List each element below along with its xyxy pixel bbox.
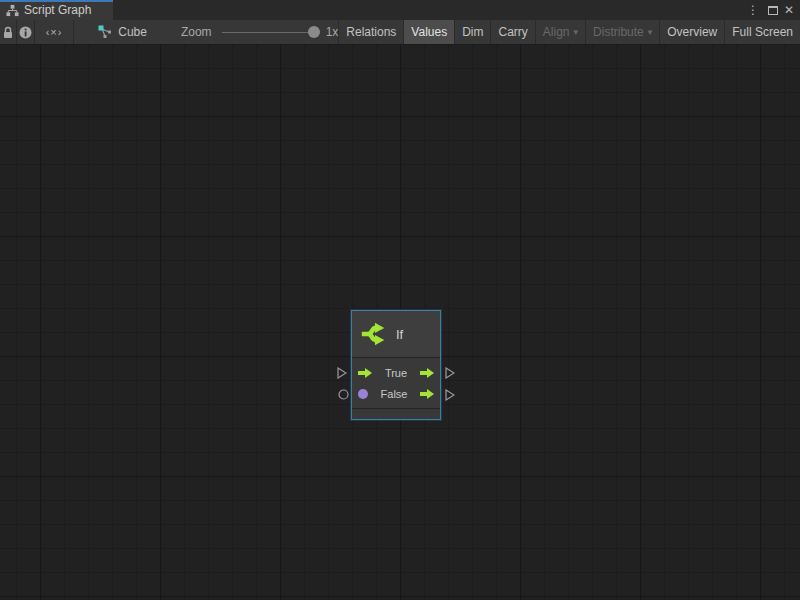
full-screen-label: Full Screen — [732, 25, 793, 39]
condition-value-port-icon[interactable] — [358, 389, 368, 399]
graph-owner-label: Cube — [118, 25, 147, 39]
relations-button[interactable]: Relations — [339, 20, 404, 44]
overview-label: Overview — [667, 25, 717, 39]
graph-pointer-icon — [98, 25, 112, 39]
tab-script-graph[interactable]: Script Graph — [0, 0, 113, 20]
if-node-footer — [352, 409, 440, 419]
outer-false-out-port[interactable] — [445, 389, 455, 401]
zoom-slider-handle[interactable] — [308, 26, 320, 38]
maximize-icon[interactable] — [768, 6, 778, 15]
branch-icon — [359, 319, 389, 349]
chevron-down-icon: ▾ — [574, 27, 579, 37]
carry-button[interactable]: Carry — [491, 20, 535, 44]
graph-toolbar: ‹×› Cube Zoom 1x Relations Values Dim — [0, 20, 800, 45]
carry-label: Carry — [498, 25, 527, 39]
close-icon[interactable]: ✕ — [784, 4, 794, 16]
zoom-value: 1x — [326, 25, 339, 39]
dim-button[interactable]: Dim — [455, 20, 491, 44]
port-label-false: False — [368, 388, 420, 400]
graph-hierarchy-icon — [6, 4, 19, 17]
dim-label: Dim — [462, 25, 483, 39]
graph-canvas[interactable]: If True False — [0, 45, 800, 600]
flow-out-true-icon[interactable] — [420, 368, 434, 378]
toolbar-middle: Cube Zoom 1x — [74, 20, 339, 44]
title-bar: Script Graph ⋮ ✕ — [0, 0, 800, 20]
zoom-slider[interactable] — [222, 32, 318, 33]
flow-out-false-icon[interactable] — [420, 389, 434, 399]
outer-flow-in-port[interactable] — [337, 367, 347, 379]
values-button[interactable]: Values — [404, 20, 455, 44]
distribute-dropdown[interactable]: Distribute ▾ — [586, 20, 660, 44]
outer-true-out-port[interactable] — [445, 367, 455, 379]
align-label: Align — [543, 25, 570, 39]
distribute-label: Distribute — [593, 25, 644, 39]
window-menu-icon[interactable]: ⋮ — [744, 4, 762, 16]
values-label: Values — [411, 25, 447, 39]
port-row-false: False — [352, 383, 440, 404]
outer-condition-port[interactable] — [338, 389, 349, 400]
flow-in-port-icon[interactable] — [358, 368, 372, 378]
lock-button[interactable] — [0, 20, 17, 44]
port-label-true: True — [372, 367, 420, 379]
full-screen-button[interactable]: Full Screen — [725, 20, 800, 44]
zoom-label: Zoom — [181, 25, 212, 39]
overview-button[interactable]: Overview — [660, 20, 725, 44]
port-row-true: True — [352, 362, 440, 383]
info-icon — [19, 26, 32, 39]
info-button[interactable] — [17, 20, 34, 44]
script-graph-window: Script Graph ⋮ ✕ ‹×› — [0, 0, 800, 600]
code-view-button[interactable]: ‹×› — [35, 20, 74, 44]
code-view-icon: ‹×› — [46, 26, 63, 38]
chevron-down-icon: ▾ — [648, 27, 653, 37]
tab-label: Script Graph — [24, 3, 91, 17]
relations-label: Relations — [346, 25, 396, 39]
align-dropdown[interactable]: Align ▾ — [536, 20, 586, 44]
window-controls: ⋮ ✕ — [744, 0, 800, 20]
node-title: If — [396, 327, 403, 342]
if-node-header[interactable]: If — [352, 311, 440, 358]
lock-icon — [2, 26, 14, 39]
if-node[interactable]: If True False — [351, 310, 441, 420]
if-node-ports: True False — [352, 358, 440, 409]
